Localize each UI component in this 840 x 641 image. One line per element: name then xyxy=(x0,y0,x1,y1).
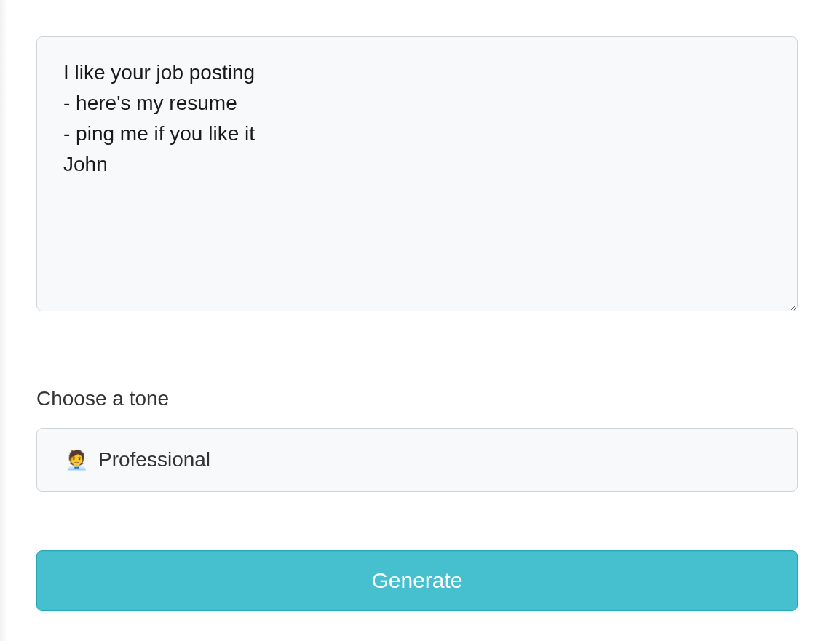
message-input[interactable] xyxy=(36,36,798,311)
tone-select[interactable]: 🧑‍💼 Professional xyxy=(36,428,798,492)
form-container: Choose a tone 🧑‍💼 Professional Generate xyxy=(36,36,798,611)
generate-button[interactable]: Generate xyxy=(36,550,798,611)
tone-select-text: Professional xyxy=(98,448,210,471)
tone-label: Choose a tone xyxy=(36,387,798,410)
professional-icon: 🧑‍💼 xyxy=(65,449,88,471)
